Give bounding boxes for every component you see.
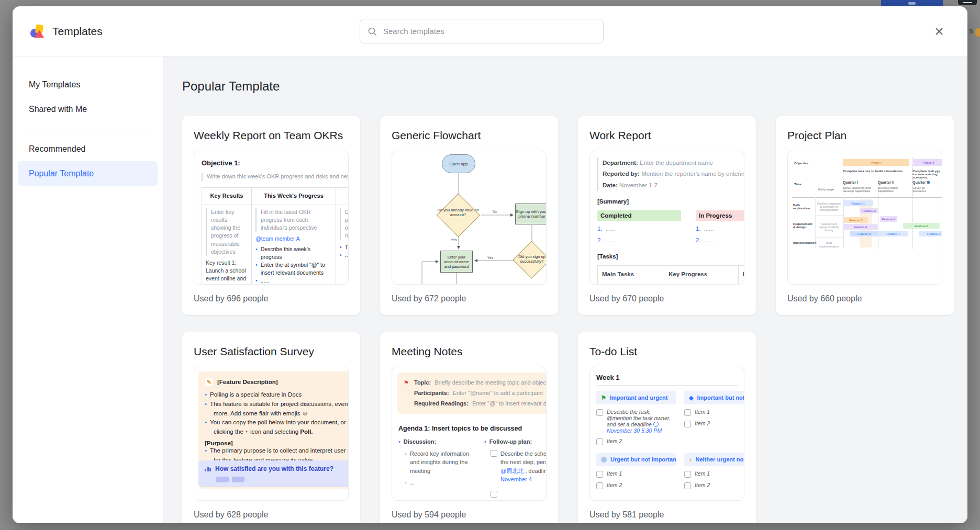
template-card-work-report[interactable]: Work Report Department: Enter the depart… bbox=[578, 116, 756, 315]
survey-bullet: •You can copy the poll below into your d… bbox=[205, 418, 349, 427]
template-card-generic-flowchart[interactable]: Generic Flowchart bbox=[380, 116, 558, 315]
gantt-feature-5: Feature 5 bbox=[850, 231, 878, 236]
todo-date-link: November 30 5:30 PM bbox=[607, 427, 662, 434]
gantt-feature-9: Feature 9 bbox=[919, 231, 942, 236]
card-preview-meeting-notes: ⚑Topic:Briefly describe the meeting topi… bbox=[392, 367, 547, 501]
template-card-weekly-report-okrs[interactable]: Weekly Report on Team OKRs Objective 1: … bbox=[182, 116, 360, 315]
sidebar-item-recommended[interactable]: Recommended bbox=[18, 137, 158, 161]
template-card-project-plan[interactable]: Project Plan Objective Phase I Phase II bbox=[776, 116, 954, 315]
sidebar-item-shared-with-me[interactable]: Shared with Me bbox=[18, 97, 158, 121]
survey-bullet-text: The primary purpose is to collect and in… bbox=[210, 446, 349, 456]
survey-bullet-continued: more. Add some flair with emojis ☺ bbox=[214, 409, 349, 419]
todo-quadrant-label: Urgent but not important bbox=[610, 456, 676, 463]
flowchart-label-yes: Yes bbox=[451, 238, 456, 242]
gantt-row-time: Time bbox=[794, 183, 801, 186]
template-card-todo-list[interactable]: To-do List Week 1 ⚑Important and urgent … bbox=[578, 332, 756, 523]
value-topic: Briefly describe the meeting topic and o… bbox=[435, 378, 547, 388]
sidebar-item-popular-template[interactable]: Popular Template bbox=[18, 161, 158, 186]
section-heading: Popular Template bbox=[182, 77, 949, 95]
bullet-icon: • bbox=[255, 261, 258, 269]
sub-bullet-icon: ◦ bbox=[405, 478, 407, 487]
survey-bullet-text: This feature is suitable for project dis… bbox=[210, 400, 349, 409]
okr-col1-text: Key result 1: Launch a school event onli… bbox=[206, 259, 248, 285]
meeting-discussion-item: ... bbox=[410, 478, 415, 487]
okr-bullet: •...... bbox=[340, 251, 349, 259]
list-dots: ...... bbox=[704, 236, 714, 245]
meeting-agenda-heading: Agenda 1: Insert topics to be discussed bbox=[398, 424, 522, 434]
background-text-fragment: s bbox=[969, 26, 973, 36]
gantt-feature-2: Feature 2 bbox=[860, 208, 878, 213]
bullet-icon: • bbox=[484, 437, 486, 446]
card-title: To-do List bbox=[589, 344, 744, 359]
sidebar-item-my-templates[interactable]: My Templates bbox=[18, 72, 158, 97]
card-preview-survey: ✎ [Feature Description] •Polling is a sp… bbox=[194, 367, 349, 501]
gantt-quarter-3-desc: Cover all scenarios bbox=[912, 186, 939, 193]
list-dots: ...... bbox=[606, 236, 616, 245]
todo-quadrant-label: Important but not urgent bbox=[697, 394, 744, 401]
templates-content: Popular Template Weekly Report on Team O… bbox=[163, 57, 967, 523]
used-by-count: Used by 628 people bbox=[194, 509, 349, 521]
okr-bullet-text: ...... bbox=[345, 251, 349, 259]
checkbox-icon bbox=[596, 482, 603, 489]
gantt-feature-3: Feature 3 bbox=[844, 217, 868, 223]
meeting-followup-line: Describe the schedule for bbox=[500, 449, 547, 458]
poll-chip bbox=[232, 477, 244, 482]
template-card-meeting-notes[interactable]: Meeting Notes ⚑Topic:Briefly describe th… bbox=[380, 332, 558, 523]
clock-icon bbox=[653, 422, 659, 427]
survey-purpose-heading: [Purpose] bbox=[205, 440, 349, 446]
search-box[interactable] bbox=[360, 19, 604, 43]
bullet-icon: • bbox=[340, 251, 342, 259]
checkbox-icon bbox=[596, 471, 603, 478]
list-number: 1. bbox=[597, 224, 603, 233]
todo-item: Item 2 bbox=[607, 438, 622, 445]
list-number: 2. bbox=[597, 236, 603, 245]
gantt-feature-1: Feature 1 bbox=[843, 200, 873, 206]
card-title: Weekly Report on Team OKRs bbox=[194, 128, 349, 143]
checkbox-icon bbox=[684, 409, 691, 416]
search-input[interactable] bbox=[382, 26, 596, 36]
sub-bullet-icon: ◦ bbox=[405, 449, 407, 476]
label-topic: Topic: bbox=[414, 378, 431, 388]
okr-th-key-results: Key Results bbox=[202, 187, 252, 205]
okr-th-progress: This Week's Progress bbox=[252, 187, 336, 205]
value-required-readings: Enter "@" to insert relevant documents bbox=[472, 399, 547, 409]
todo-quadrants-row1: ⚑Important and urgent Describe the task,… bbox=[596, 391, 744, 449]
okr-bullet-text: Enter the at symbol "@" to insert releva… bbox=[261, 261, 332, 277]
gantt-feature-7: Feature 7 bbox=[878, 231, 908, 236]
meeting-date-link: November 4 bbox=[500, 475, 547, 484]
okr-bullet: •The and bbox=[340, 243, 349, 251]
gantt-highlight-band bbox=[860, 199, 872, 247]
todo-item: Item 1 bbox=[695, 409, 710, 416]
list-dots: ...... bbox=[606, 224, 616, 233]
gantt-feature-6: Feature 6 bbox=[880, 216, 897, 222]
checkbox-icon bbox=[684, 471, 691, 478]
okr-bullet-text: The and bbox=[345, 243, 349, 251]
templates-modal: Templates × My Templates Shared with Me … bbox=[13, 6, 967, 523]
bullet-icon: • bbox=[205, 400, 207, 409]
okr-bullet-text: ...... bbox=[261, 277, 270, 285]
ball-icon bbox=[601, 457, 607, 463]
gantt-phase-1: Phase I bbox=[843, 159, 909, 166]
survey-bullet-text: Polling is a special feature in Docs bbox=[210, 390, 302, 400]
gantt-phase-2-desc: Complete task yyy to cover existing scen… bbox=[912, 170, 942, 179]
label-participants: Participants: bbox=[414, 388, 449, 399]
card-preview-flowchart: Open app Do you already have an account?… bbox=[392, 151, 547, 285]
template-card-user-satisfaction-survey[interactable]: User Satisfaction Survey ✎ [Feature Desc… bbox=[182, 332, 360, 523]
close-icon[interactable]: × bbox=[930, 22, 949, 41]
meeting-followup-line: @周北北 , deadline bbox=[500, 467, 547, 476]
label-reported-by: Reported by: bbox=[603, 171, 640, 177]
used-by-count: Used by 670 people bbox=[589, 293, 744, 305]
okr-objective-heading: Objective 1: bbox=[202, 159, 348, 168]
value-participants: Enter "@name" to add a participant bbox=[453, 388, 543, 399]
todo-item: Item 2 bbox=[607, 482, 622, 489]
todo-task-text: Describe the task, @mention the task own… bbox=[607, 409, 671, 427]
okr-bullet: •Enter the at symbol "@" to insert relev… bbox=[255, 261, 332, 277]
used-by-count: Used by 581 people bbox=[589, 509, 744, 521]
flowchart-decision-account: Do you already have an account? bbox=[432, 208, 484, 217]
survey-bullet-text: clicking the + icon and selecting bbox=[214, 428, 300, 435]
search-icon bbox=[368, 27, 377, 36]
meeting-columns: •Discussion: ◦Record key information and… bbox=[398, 437, 547, 501]
okr-mention-member-a: @team member A bbox=[255, 235, 332, 243]
survey-bullet-text: You can copy the poll below into your do… bbox=[210, 418, 349, 427]
flowchart-label-yes: Yes bbox=[487, 256, 493, 260]
